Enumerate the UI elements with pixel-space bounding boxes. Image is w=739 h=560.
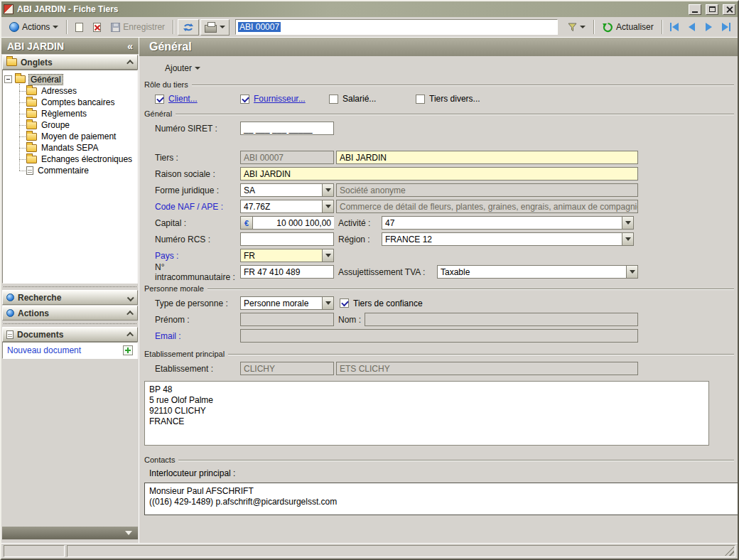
last-record-button[interactable]	[718, 20, 734, 35]
combo-arrow-icon[interactable]	[322, 296, 334, 310]
forme-juridique-value[interactable]: SA	[240, 183, 322, 197]
region-combo[interactable]: FRANCE 12	[382, 232, 634, 246]
sidebar-splitter[interactable]	[1, 284, 139, 289]
contact-line: ((016) 429-1489) p.afschrift@picardsurge…	[149, 497, 733, 507]
tiers-divers-checkbox[interactable]	[416, 95, 425, 104]
actions-icon	[6, 309, 14, 317]
tree-item-echanges-electroniques[interactable]: Echanges électroniques	[16, 154, 136, 165]
maximize-button[interactable]	[706, 4, 718, 15]
previous-record-button[interactable]	[684, 20, 699, 35]
pays-link[interactable]: Pays :	[155, 251, 240, 261]
code-naf-link[interactable]: Code NAF / APE :	[155, 202, 240, 212]
first-record-button[interactable]	[667, 20, 682, 35]
pays-value[interactable]: FR	[240, 249, 322, 262]
tree-item-moyen-de-paiement[interactable]: Moyen de paiement	[16, 131, 136, 142]
section-header-onglets[interactable]: Onglets	[2, 55, 138, 70]
tree-label[interactable]: Général	[28, 74, 63, 85]
tree-item-reglements[interactable]: Règlements	[16, 108, 136, 119]
add-button[interactable]: Ajouter	[161, 60, 205, 77]
raison-sociale-input[interactable]: ABI JARDIN	[240, 167, 638, 181]
next-record-button[interactable]	[701, 20, 716, 35]
email-link[interactable]: Email :	[155, 331, 240, 341]
fournisseur-link[interactable]: Fournisseur...	[254, 94, 306, 104]
tree-collapse-icon[interactable]	[4, 75, 12, 83]
main-toolbar: Actions Enregistrer ABI 00	[1, 17, 738, 38]
collapse-sidebar-button[interactable]: «	[127, 41, 133, 52]
salarie-label[interactable]: Salarié...	[342, 94, 376, 104]
intracom-input[interactable]: FR 47 410 489	[240, 265, 334, 279]
tree-item-mandats-sepa[interactable]: Mandats SEPA	[16, 142, 136, 154]
tree-item-adresses[interactable]: Adresses	[16, 85, 136, 97]
pays-combo[interactable]: FR	[240, 249, 334, 262]
rcs-input[interactable]	[240, 232, 334, 246]
group-role-du-tiers: Rôle du tiers	[144, 80, 734, 89]
combo-arrow-icon[interactable]	[622, 232, 634, 246]
add-document-icon[interactable]	[123, 345, 133, 355]
tree-item-comptes-bancaires[interactable]: Comptes bancaires	[16, 97, 136, 108]
prenom-input	[240, 313, 334, 326]
client-checkbox[interactable]	[155, 95, 164, 104]
print-button[interactable]	[200, 19, 230, 36]
save-button[interactable]: Enregistrer	[107, 19, 169, 36]
combo-arrow-icon[interactable]	[626, 265, 638, 279]
tiers-name-input[interactable]: ABI JARDIN	[336, 151, 638, 164]
sync-button[interactable]	[178, 19, 199, 36]
code-naf-value[interactable]: 47.76Z	[240, 200, 322, 213]
minimize-button[interactable]	[689, 4, 701, 15]
client-link[interactable]: Client...	[168, 94, 198, 104]
activite-value[interactable]: 47	[382, 216, 622, 230]
sidebar-bottom-bar[interactable]	[2, 527, 138, 539]
type-personne-combo[interactable]: Personne morale	[240, 296, 334, 310]
type-personne-value[interactable]: Personne morale	[240, 296, 322, 310]
section-label: Actions	[18, 308, 49, 318]
actions-menu-button[interactable]: Actions	[5, 19, 63, 36]
refresh-button[interactable]: Actualiser	[598, 19, 658, 36]
fournisseur-checkbox[interactable]	[240, 95, 249, 104]
etablissement-name-input: ETS CLICHY	[336, 362, 638, 375]
combo-arrow-icon[interactable]	[322, 183, 334, 197]
sidebar-splitter[interactable]	[1, 321, 139, 326]
sidebar: ABI JARDIN « Onglets Général Adresses	[1, 38, 139, 543]
filter-button[interactable]	[563, 19, 590, 36]
salarie-checkbox[interactable]	[329, 95, 338, 104]
save-icon	[111, 23, 120, 32]
documents-icon	[6, 330, 14, 339]
tva-combo[interactable]: Taxable	[437, 265, 638, 279]
currency-euro-icon[interactable]: €	[240, 216, 252, 230]
combo-arrow-icon[interactable]	[622, 216, 634, 230]
activite-link[interactable]: Activité :	[338, 218, 382, 228]
tiers-divers-label[interactable]: Tiers divers...	[429, 94, 480, 104]
activite-combo[interactable]: 47	[382, 216, 634, 230]
tree-item-groupe[interactable]: Groupe	[16, 119, 136, 131]
section-header-documents[interactable]: Documents	[2, 327, 138, 342]
new-record-button[interactable]	[71, 19, 87, 36]
tva-value[interactable]: Taxable	[437, 265, 626, 279]
record-search-input[interactable]: ABI 00007	[235, 19, 558, 35]
status-cell	[4, 545, 65, 557]
section-header-actions[interactable]: Actions	[2, 306, 138, 321]
delete-record-button[interactable]	[89, 19, 105, 36]
close-button[interactable]	[723, 4, 735, 15]
forme-juridique-combo[interactable]: SA	[240, 183, 334, 197]
capital-input[interactable]: 10 000 100,00	[252, 216, 334, 230]
contact-line: Monsieur Paul AFSCHRIFT	[149, 486, 733, 497]
tree-item-commentaire[interactable]: Commentaire	[16, 165, 136, 176]
region-link[interactable]: Région :	[338, 235, 382, 244]
contact-box[interactable]: Monsieur Paul AFSCHRIFT ((016) 429-1489)…	[144, 483, 738, 515]
region-value[interactable]: FRANCE 12	[382, 232, 622, 246]
code-naf-combo[interactable]: 47.76Z	[240, 200, 334, 213]
new-document-link[interactable]: Nouveau document	[7, 345, 81, 355]
resize-grip[interactable]	[725, 546, 734, 556]
folder-icon	[26, 110, 37, 118]
interlocuteur-label: Interlocuteur principal :	[149, 468, 235, 478]
siret-input[interactable]: __ ___ ___ _____	[240, 122, 334, 135]
section-header-recherche[interactable]: Recherche	[2, 290, 138, 305]
address-box[interactable]: BP 48 5 rue Olof Palme 92110 CLICHY FRAN…	[144, 381, 709, 446]
tiers-confiance-checkbox[interactable]	[340, 298, 349, 308]
combo-arrow-icon[interactable]	[322, 200, 334, 213]
tree-item-general[interactable]: Général	[4, 73, 136, 85]
page-title-bar: Général	[139, 38, 738, 56]
section-label: Documents	[17, 330, 63, 340]
combo-arrow-icon[interactable]	[322, 249, 334, 262]
capital-field[interactable]: € 10 000 100,00	[240, 216, 334, 230]
